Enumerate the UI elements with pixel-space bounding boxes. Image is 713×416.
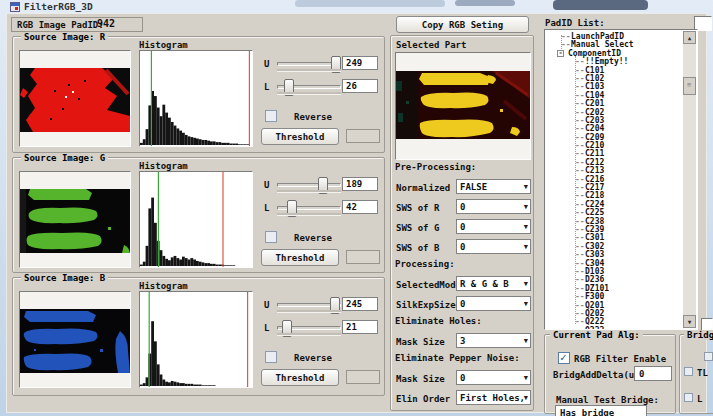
tree-item[interactable]: --C304 <box>547 260 683 268</box>
scroll-up-button[interactable]: ▲ <box>683 31 696 44</box>
section-title: Eliminate Holes: <box>395 316 533 333</box>
bridge-cut-checkbox[interactable] <box>704 352 713 361</box>
tree-item[interactable]: --C211 <box>547 150 683 158</box>
bridge-add-delta-input[interactable]: 0 <box>634 366 672 381</box>
tree-item[interactable]: --C101 <box>547 67 683 75</box>
param-label: SWS of G <box>396 223 439 233</box>
tree-item[interactable]: --C213 <box>547 167 683 175</box>
param-label: SelectedMode <box>396 280 461 290</box>
reverse-checkbox-b[interactable] <box>265 351 277 363</box>
tree-item[interactable]: --C104 <box>547 92 683 100</box>
dropdown-value: First Holes, <box>460 393 525 403</box>
param-label: Normalized <box>396 183 450 193</box>
param-dropdown[interactable]: 0▼ <box>456 199 531 214</box>
section-title: Processing: <box>395 259 533 276</box>
l-value-g[interactable]: 42 <box>342 200 378 214</box>
scroll-down-button[interactable]: ▼ <box>683 315 696 328</box>
tree-item[interactable]: --F300 <box>547 293 683 301</box>
tree-item[interactable]: --!!Empty!! <box>547 58 683 66</box>
param-dropdown[interactable]: FALSE▼ <box>456 179 531 194</box>
chevron-down-icon: ▼ <box>524 374 528 382</box>
param-dropdown[interactable]: 0▼ <box>456 296 531 311</box>
tree-item[interactable]: --C204 <box>547 125 683 133</box>
tree-item[interactable]: --C238 <box>547 218 683 226</box>
param-label: Mask Size <box>396 337 445 347</box>
param-dropdown[interactable]: 0▼ <box>456 219 531 234</box>
u-value-g[interactable]: 189 <box>342 177 378 191</box>
l-slider-b[interactable] <box>277 326 341 330</box>
tree-item[interactable]: --Q201 <box>547 302 683 310</box>
l-slider-r[interactable] <box>277 85 341 89</box>
tree-item[interactable]: --C217 <box>547 184 683 192</box>
tree-item[interactable]: --DZ101 <box>547 285 683 293</box>
tree-item[interactable]: --C216 <box>547 176 683 184</box>
rgb-filter-enable-label: RGB Filter Enable <box>574 354 666 364</box>
reverse-checkbox-g[interactable] <box>265 231 277 243</box>
tree-item[interactable]: --C218 <box>547 192 683 200</box>
param-dropdown[interactable]: 0▼ <box>456 239 531 254</box>
copy-rgb-setting-button[interactable]: Copy RGB Seting <box>396 16 529 33</box>
tree-item[interactable]: --C225 <box>547 209 683 217</box>
param-label: Mask Size <box>396 374 445 384</box>
source-image-b-group: Source Image: B Histogram U 245 L 21 <box>12 277 385 396</box>
padid-label: RGB Image PadID: <box>17 20 104 30</box>
tree-item[interactable]: --C102 <box>547 75 683 83</box>
u-value-r[interactable]: 249 <box>342 56 378 70</box>
u-slider-g[interactable] <box>277 183 341 187</box>
threshold-button-g[interactable]: Threshold <box>261 249 339 266</box>
tree-item[interactable]: --C210 <box>547 142 683 150</box>
bridge-tl-checkbox[interactable] <box>684 367 693 376</box>
l-value-b[interactable]: 21 <box>342 320 378 334</box>
tree-item[interactable]: --D103 <box>547 268 683 276</box>
source-image-b-label: Source Image: B <box>21 273 108 283</box>
chevron-down-icon: ▼ <box>524 183 528 191</box>
reverse-checkbox-r[interactable] <box>265 110 277 122</box>
dropdown-value: 0 <box>460 222 465 232</box>
tree-item[interactable]: --C209 <box>547 134 683 142</box>
reverse-label-r: Reverse <box>294 112 332 122</box>
tree-item[interactable]: --C239 <box>547 226 683 234</box>
tree-item[interactable]: --C301 <box>547 234 683 242</box>
selected-part-group: Selected Part <box>390 35 534 411</box>
u-slider-r[interactable] <box>277 62 341 66</box>
u-slider-b[interactable] <box>277 303 341 307</box>
param-dropdown[interactable]: 3▼ <box>456 333 531 348</box>
tree-item[interactable]: --C202 <box>547 109 683 117</box>
tree-collapse-icon[interactable]: - <box>557 50 564 57</box>
section-title: Pre-Processing: <box>395 162 533 179</box>
bridge-l-checkbox[interactable] <box>684 393 693 402</box>
scroll-thumb[interactable] <box>683 77 696 95</box>
manual-test-bridge-input[interactable]: Has bridge <box>555 405 647 416</box>
threshold-button-r[interactable]: Threshold <box>261 128 339 145</box>
window-title: FilterRGB_3D <box>24 1 93 12</box>
threshold-result-box-b <box>346 370 380 384</box>
param-dropdown[interactable]: First Holes,▼ <box>456 390 531 405</box>
l-value-r[interactable]: 26 <box>342 79 378 93</box>
title-bar[interactable]: FilterRGB_3D <box>0 0 713 13</box>
tree-scrollbar[interactable]: ▲ ▼ <box>683 31 696 328</box>
threshold-button-b[interactable]: Threshold <box>261 369 339 386</box>
tree-item[interactable]: --C203 <box>547 117 683 125</box>
tree-item[interactable]: --C201 <box>547 100 683 108</box>
u-value-b[interactable]: 245 <box>342 297 378 311</box>
tree-item[interactable]: --D236 <box>547 276 683 284</box>
green-channel-image <box>20 189 130 253</box>
param-dropdown[interactable]: R & G & B▼ <box>456 276 531 291</box>
tree-item[interactable]: --C303 <box>547 251 683 259</box>
padid-tree[interactable]: --LaunchPadID--Manual Select-ComponentID… <box>544 29 698 330</box>
tree-item[interactable]: --Q222 <box>547 318 683 326</box>
chevron-down-icon: ▼ <box>524 337 528 345</box>
param-dropdown[interactable]: 0▼ <box>456 370 531 385</box>
tree-item[interactable]: --C212 <box>547 159 683 167</box>
rgb-filter-enable-checkbox[interactable] <box>558 352 570 364</box>
l-slider-shadow-b <box>277 333 341 336</box>
l-slider-g[interactable] <box>277 206 341 210</box>
tree-item[interactable]: --C224 <box>547 201 683 209</box>
source-image-b-canvas <box>19 291 131 388</box>
param-label: SWS of B <box>396 243 439 253</box>
tree-item[interactable]: --C103 <box>547 83 683 91</box>
l-label-g: L <box>264 203 269 213</box>
tree-item[interactable]: --C302 <box>547 243 683 251</box>
tree-item[interactable]: --Q202 <box>547 310 683 318</box>
histogram-b-canvas <box>139 291 253 388</box>
